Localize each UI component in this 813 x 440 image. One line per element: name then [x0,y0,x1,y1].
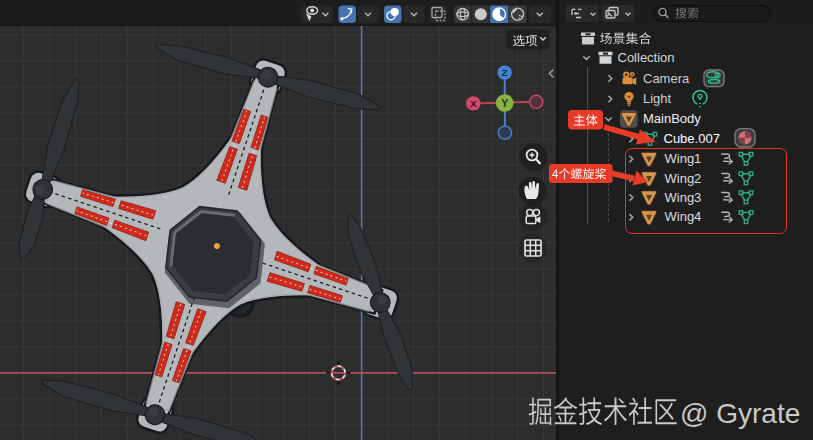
svg-text:Z: Z [502,67,508,78]
svg-text:Y: Y [501,97,508,109]
svg-text:@ Gyrate: @ Gyrate [680,398,800,429]
svg-text:X: X [470,98,477,109]
